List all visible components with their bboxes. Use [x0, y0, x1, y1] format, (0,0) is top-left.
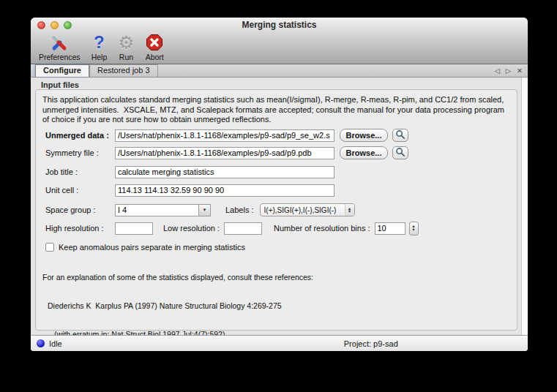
unmerged-data-view-button[interactable] [392, 129, 408, 142]
description-text: This application calculates standard mer… [42, 95, 512, 125]
space-group-label: Space group : [45, 206, 115, 214]
job-title-row: Job title : [45, 165, 334, 178]
configure-panel: Input files This application calculates … [31, 78, 528, 335]
close-tab-icon[interactable]: ✕ [517, 67, 523, 75]
run-button[interactable]: ⚙ Run [114, 32, 138, 61]
help-button[interactable]: ? Help [88, 32, 111, 61]
resolution-bins-label: Number of resolution bins : [274, 224, 370, 233]
gear-icon: ⚙ [118, 32, 134, 53]
anomalous-checkbox-row: Keep anomalous pairs separate in merging… [45, 241, 245, 254]
tab-restored-label: Restored job 3 [97, 66, 150, 75]
help-icon: ? [94, 32, 105, 53]
abort-label: Abort [146, 53, 164, 61]
symmetry-file-input[interactable] [115, 147, 334, 159]
magnifier-icon [395, 147, 405, 159]
low-resolution-input[interactable] [224, 222, 262, 235]
minimize-window-button[interactable] [51, 21, 59, 29]
toolbar: Preferences ? Help ⚙ Run [31, 31, 528, 61]
labels-dropdown[interactable]: I(+),SIGI(+),I(-),SIGI(-) ▲▼ [260, 203, 355, 216]
job-title-label: Job title : [45, 167, 115, 176]
close-window-button[interactable] [37, 21, 45, 29]
preferences-button[interactable]: Preferences [35, 32, 84, 61]
next-tab-icon[interactable]: ▷ [506, 67, 511, 75]
resolution-bins-input[interactable] [375, 222, 405, 235]
prev-tab-icon[interactable]: ◁ [494, 67, 499, 75]
scrollbar-track[interactable] [521, 78, 528, 335]
run-label: Run [119, 53, 133, 61]
tools-icon [50, 32, 69, 53]
app-window: Merging statistics Preferences ? [31, 18, 528, 351]
anomalous-checkbox[interactable] [45, 243, 54, 252]
high-resolution-input[interactable] [115, 222, 153, 235]
resolution-row: High resolution : Low resolution : Numbe… [45, 222, 419, 235]
unmerged-data-browse-button[interactable]: Browse... [340, 129, 388, 142]
input-files-groupbox: This application calculates standard mer… [35, 89, 517, 331]
labels-label: Labels : [225, 206, 254, 214]
project-label: Project: p9-sad [344, 339, 398, 348]
traffic-lights [37, 21, 72, 29]
status-indicator-icon [37, 339, 45, 347]
unmerged-data-label: Unmerged data : [45, 131, 115, 140]
space-group-combobox[interactable]: ▼ [115, 204, 211, 216]
status-bar: Idle Project: p9-sad [31, 335, 528, 351]
labels-value: I(+),SIGI(+),I(-),SIGI(-) [264, 206, 337, 214]
tab-configure[interactable]: Configure [35, 64, 89, 77]
titlebar[interactable]: Merging statistics [31, 18, 528, 31]
updown-arrows-icon: ▲▼ [345, 204, 354, 216]
references-intro: For an explanation of some of the statis… [42, 273, 313, 282]
chevron-down-icon[interactable]: ▼ [198, 204, 211, 216]
high-resolution-label: High resolution : [45, 224, 115, 233]
space-group-input[interactable] [115, 204, 198, 216]
resolution-bins-stepper[interactable]: ▲▼ [409, 222, 419, 235]
magnifier-icon [395, 129, 405, 142]
tab-bar: Configure Restored job 3 ◁ ▷ ✕ [31, 64, 528, 78]
preferences-label: Preferences [39, 53, 81, 61]
space-group-row: Space group : ▼ Labels : I(+),SIGI(+),I(… [45, 203, 355, 216]
symmetry-file-row: Symmetry file : Browse... [45, 146, 408, 159]
tab-navigation: ◁ ▷ ✕ [494, 67, 523, 75]
window-header: Merging statistics Preferences ? [31, 18, 528, 64]
unit-cell-label: Unit cell : [45, 186, 115, 195]
abort-icon [146, 32, 163, 53]
help-label: Help [91, 53, 108, 61]
low-resolution-label: Low resolution : [163, 224, 220, 233]
unmerged-data-row: Unmerged data : Browse... [45, 129, 408, 142]
unmerged-data-input[interactable] [115, 129, 334, 142]
symmetry-file-view-button[interactable] [392, 146, 408, 159]
tab-restored-job-3[interactable]: Restored job 3 [89, 64, 158, 77]
input-files-label: Input files [41, 80, 79, 89]
symmetry-file-label: Symmetry file : [45, 148, 115, 157]
job-title-input[interactable] [115, 166, 334, 178]
unit-cell-row: Unit cell : [45, 184, 334, 197]
zoom-window-button[interactable] [64, 21, 72, 29]
abort-button[interactable]: Abort [142, 32, 168, 61]
window-title: Merging statistics [31, 18, 528, 33]
status-text: Idle [49, 339, 62, 348]
symmetry-file-browse-button[interactable]: Browse... [340, 146, 388, 159]
tab-configure-label: Configure [43, 66, 81, 75]
anomalous-checkbox-label: Keep anomalous pairs separate in merging… [59, 243, 245, 252]
unit-cell-input[interactable] [115, 184, 334, 197]
reference-line: Diederichs K Karplus PA (1997) Nature St… [42, 301, 313, 311]
